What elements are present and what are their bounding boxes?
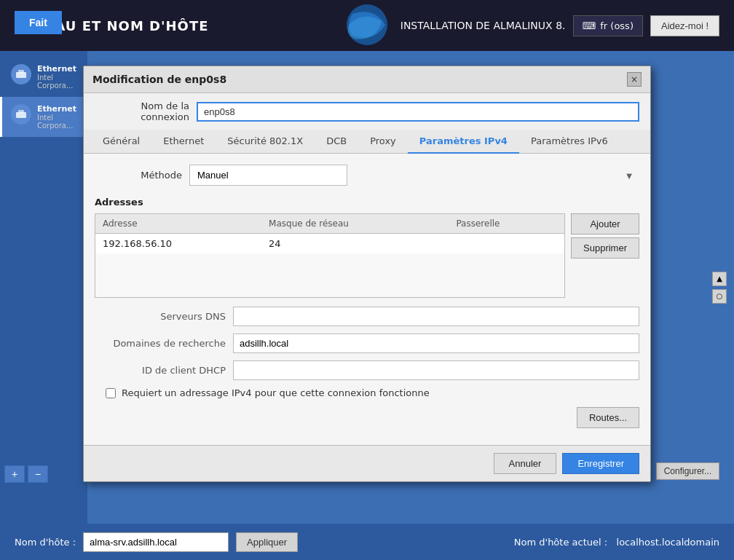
search-input[interactable]	[233, 334, 639, 353]
hostname-label: Nom d'hôte :	[15, 537, 76, 548]
main-content: Ethernet Intel Corpora... Ethernet Intel…	[0, 51, 734, 524]
cell-gateway	[449, 234, 564, 254]
col-netmask: Masque de réseau	[261, 214, 449, 234]
addr-buttons: Ajouter Supprimer	[571, 213, 639, 298]
dialog-title: Modification de enp0s8	[92, 74, 226, 85]
tab-dcb[interactable]: DCB	[315, 130, 358, 154]
dialog-header: Modification de enp0s8 ×	[84, 66, 650, 93]
add-address-button[interactable]: Ajouter	[571, 213, 639, 234]
col-gateway: Passerelle	[449, 214, 564, 234]
help-button[interactable]: Aidez-moi !	[650, 15, 719, 36]
ipv4-required-checkbox[interactable]	[106, 388, 116, 398]
actual-hostname-value: localhost.localdomain	[617, 537, 719, 548]
tab-ipv6[interactable]: Paramètres IPv6	[519, 130, 620, 154]
bottom-bar: Nom d'hôte : Appliquer Nom d'hôte actuel…	[0, 524, 734, 560]
dhcp-row: ID de client DHCP	[95, 360, 639, 380]
dialog-footer: Annuler Enregistrer	[84, 445, 650, 481]
fait-button[interactable]: Fait	[15, 11, 62, 34]
checkbox-row: Requiert un adressage IPv4 pour que cett…	[95, 387, 639, 398]
tab-content-ipv4: Méthode Manuel Automatique (DHCP) Lien-l…	[84, 154, 650, 445]
dialog: Modification de enp0s8 × Nom de la conne…	[83, 66, 651, 482]
tab-ipv4[interactable]: Paramètres IPv4	[408, 130, 519, 154]
logo	[338, 3, 396, 49]
addresses-table-wrapper: Adresse Masque de réseau Passerelle 192.…	[95, 213, 565, 298]
dns-label: Serveurs DNS	[95, 311, 226, 322]
install-title: INSTALLATION DE ALMALINUX 8.	[400, 20, 566, 31]
dhcp-label: ID de client DHCP	[95, 365, 226, 376]
routes-row: Routes...	[95, 407, 639, 428]
addresses-title: Adresses	[95, 197, 639, 208]
checkbox-label: Requiert un adressage IPv4 pour que cett…	[122, 387, 430, 398]
connection-name-input[interactable]	[197, 102, 639, 122]
keyboard-icon: ⌨	[583, 20, 596, 31]
top-bar: Fait RÉSEAU ET NOM D'HÔTE INSTALLATION D…	[0, 0, 734, 51]
cell-address: 192.168.56.10	[95, 234, 261, 254]
addresses-container: Adresse Masque de réseau Passerelle 192.…	[95, 213, 639, 298]
connection-name-row: Nom de la connexion	[84, 93, 650, 130]
search-label: Domaines de recherche	[95, 338, 226, 349]
save-button[interactable]: Enregistrer	[562, 453, 639, 474]
dialog-close-button[interactable]: ×	[627, 72, 642, 87]
dns-row: Serveurs DNS	[95, 307, 639, 326]
addresses-table: Adresse Masque de réseau Passerelle 192.…	[95, 214, 564, 297]
method-row: Méthode Manuel Automatique (DHCP) Lien-l…	[95, 165, 639, 186]
tab-ethernet[interactable]: Ethernet	[151, 130, 216, 154]
search-row: Domaines de recherche	[95, 334, 639, 353]
remove-address-button[interactable]: Supprimer	[571, 237, 639, 259]
connection-name-label: Nom de la connexion	[95, 100, 189, 122]
actual-hostname: Nom d'hôte actuel : localhost.localdomai…	[514, 537, 719, 548]
cancel-button[interactable]: Annuler	[494, 453, 557, 474]
hostname-input[interactable]	[83, 532, 229, 552]
tab-security[interactable]: Sécurité 802.1X	[216, 130, 315, 154]
col-address: Adresse	[95, 214, 261, 234]
tab-proxy[interactable]: Proxy	[358, 130, 408, 154]
actual-hostname-label: Nom d'hôte actuel :	[514, 537, 607, 548]
empty-row	[95, 253, 564, 297]
keyboard-button[interactable]: ⌨ fr (oss)	[573, 15, 643, 36]
method-label: Méthode	[95, 170, 182, 181]
apply-button[interactable]: Appliquer	[236, 532, 298, 552]
keyboard-label: fr (oss)	[600, 20, 634, 31]
method-select-wrapper: Manuel Automatique (DHCP) Lien-local uni…	[189, 165, 639, 186]
top-bar-right: INSTALLATION DE ALMALINUX 8. ⌨ fr (oss) …	[400, 15, 719, 36]
dialog-overlay: Modification de enp0s8 × Nom de la conne…	[0, 51, 734, 524]
table-row: 192.168.56.10 24	[95, 234, 564, 254]
routes-button[interactable]: Routes...	[577, 407, 639, 428]
tab-general[interactable]: Général	[91, 130, 151, 154]
dns-input[interactable]	[233, 307, 639, 326]
dhcp-input[interactable]	[233, 360, 639, 380]
method-select[interactable]: Manuel Automatique (DHCP) Lien-local uni…	[189, 165, 347, 186]
cell-netmask: 24	[261, 234, 449, 254]
tabs: Général Ethernet Sécurité 802.1X DCB Pro…	[84, 130, 650, 154]
